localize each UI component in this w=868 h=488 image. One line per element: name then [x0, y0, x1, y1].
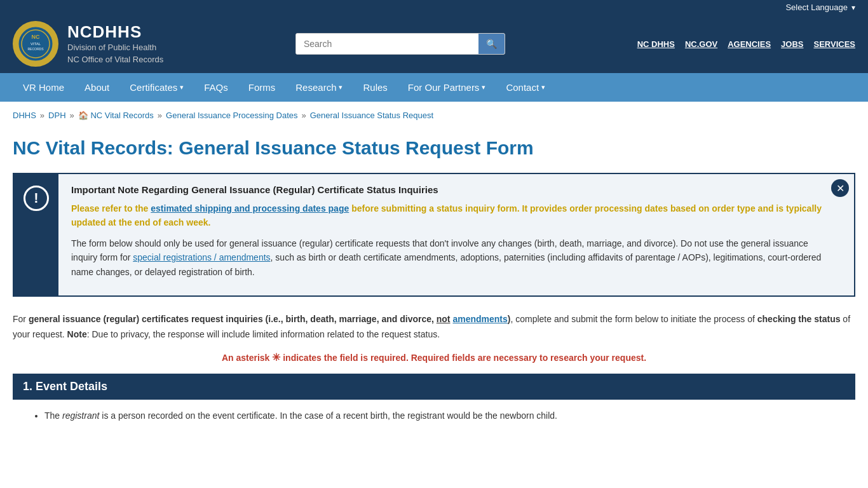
nav-link-agencies[interactable]: AGENCIES — [728, 39, 771, 49]
search-input[interactable] — [296, 34, 478, 54]
language-selector[interactable]: Select Language ▾ — [785, 3, 855, 12]
main-nav: VR Home About Certificates ▾ FAQs Forms … — [0, 73, 868, 102]
nav-about[interactable]: About — [74, 73, 119, 102]
nav-for-our-partners[interactable]: For Our Partners ▾ — [398, 73, 496, 102]
org-line2: NC Office of Vital Records — [67, 54, 163, 65]
section1-header: 1. Event Details — [13, 374, 855, 400]
header-links: NC DHHS NC.GOV AGENCIES JOBS SERVICES — [637, 39, 855, 49]
top-bar: Select Language ▾ — [0, 0, 868, 15]
breadcrumb-dhhs[interactable]: DHHS — [13, 111, 36, 120]
nav-link-services[interactable]: SERVICES — [813, 39, 855, 49]
required-asterisk: ✳ — [272, 352, 280, 363]
org-name: NCDHHS — [67, 22, 163, 42]
alert-left-bar: ! — [14, 174, 58, 295]
intro-paragraph: For general issuance (regular) certifica… — [13, 312, 855, 342]
breadcrumb-general-issuance-status[interactable]: General Issuance Status Request — [310, 111, 433, 120]
alert-heading: Important Note Regarding General Issuanc… — [71, 184, 822, 195]
search-box: 🔍 — [295, 33, 505, 55]
svg-text:RECORDS: RECORDS — [27, 47, 44, 51]
alert-close-button[interactable]: ✕ — [831, 179, 849, 197]
chevron-down-icon: ▾ — [180, 83, 184, 92]
home-icon: 🏠 — [78, 111, 91, 120]
section1-bullet1: The registrant is a person recorded on t… — [44, 409, 855, 424]
alert-icon: ! — [24, 186, 49, 211]
alert-processing-dates-link[interactable]: estimated shipping and processing dates … — [151, 203, 349, 214]
amendments-link[interactable]: amendments — [452, 314, 507, 324]
header-title-block: NCDHHS Division of Public Health NC Offi… — [67, 22, 163, 65]
org-line1: Division of Public Health — [67, 42, 163, 53]
breadcrumb-sep: » — [40, 111, 44, 120]
svg-text:VITAL: VITAL — [31, 42, 41, 46]
breadcrumb-sep: » — [70, 111, 74, 120]
nav-forms[interactable]: Forms — [238, 73, 286, 102]
nav-link-nc-gov[interactable]: NC.GOV — [685, 39, 717, 49]
language-label: Select Language — [785, 3, 848, 12]
required-note: An asterisk ✳ indicates the field is req… — [13, 351, 855, 363]
breadcrumb-nc-vital-records[interactable]: 🏠 NC Vital Records — [78, 111, 154, 120]
search-icon: 🔍 — [486, 39, 497, 49]
chevron-down-icon: ▾ — [482, 83, 485, 92]
breadcrumb-dph[interactable]: DPH — [48, 111, 65, 120]
breadcrumb-sep: » — [301, 111, 306, 120]
nav-link-jobs[interactable]: JOBS — [781, 39, 803, 49]
svg-text:NC: NC — [32, 34, 40, 40]
main-content: NC Vital Records: General Issuance Statu… — [0, 129, 868, 442]
alert-warning-line: Please refer to the estimated shipping a… — [71, 201, 822, 230]
chevron-down-icon: ▾ — [339, 83, 342, 92]
site-header: NC VITAL RECORDS NCDHHS Division of Publ… — [0, 15, 868, 73]
alert-body-p2: The form below should only be used for g… — [71, 236, 822, 279]
nav-link-nc-dhhs[interactable]: NC DHHS — [637, 39, 675, 49]
alert-content: Important Note Regarding General Issuanc… — [58, 174, 854, 295]
page-title: NC Vital Records: General Issuance Statu… — [13, 135, 855, 160]
nav-vr-home[interactable]: VR Home — [13, 73, 74, 102]
nav-contact[interactable]: Contact ▾ — [496, 73, 555, 102]
breadcrumb-general-issuance-processing[interactable]: General Issuance Processing Dates — [166, 111, 297, 120]
nav-certificates[interactable]: Certificates ▾ — [119, 73, 194, 102]
header-logo-area: NC VITAL RECORDS NCDHHS Division of Publ… — [13, 21, 163, 67]
nav-research[interactable]: Research ▾ — [285, 73, 353, 102]
alert-box: ! Important Note Regarding General Issua… — [13, 173, 855, 297]
header-search-area: 🔍 — [163, 33, 637, 55]
alert-special-registrations-link[interactable]: special registrations / amendments — [133, 252, 270, 262]
org-logo: NC VITAL RECORDS — [13, 21, 58, 67]
chevron-down-icon: ▾ — [851, 3, 855, 12]
chevron-down-icon: ▾ — [541, 83, 545, 92]
breadcrumb: DHHS » DPH » 🏠 NC Vital Records » Genera… — [0, 102, 868, 129]
nav-faqs[interactable]: FAQs — [194, 73, 238, 102]
nav-rules[interactable]: Rules — [353, 73, 397, 102]
breadcrumb-sep: » — [158, 111, 162, 120]
search-button[interactable]: 🔍 — [478, 34, 505, 54]
